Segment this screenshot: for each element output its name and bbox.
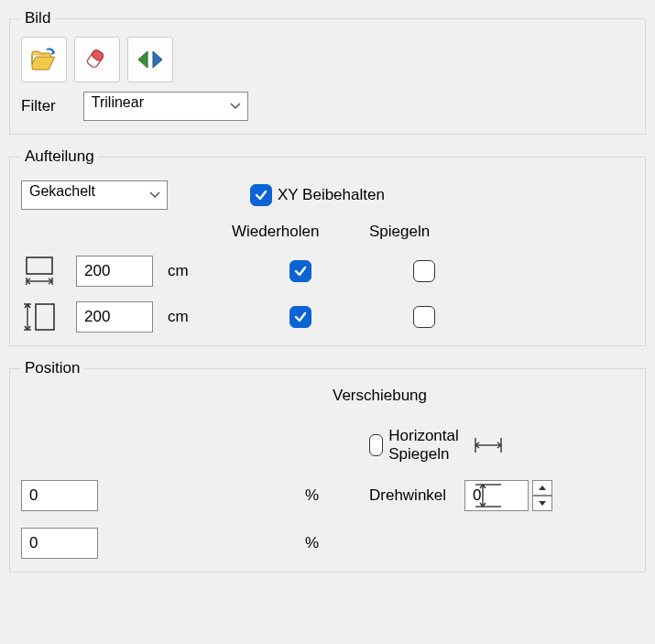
horizontal-mirror-checkbox[interactable]	[369, 434, 383, 456]
triangle-up-icon	[538, 485, 547, 491]
eraser-icon	[83, 48, 111, 71]
height-icon	[21, 302, 58, 332]
filter-value: Trilinear	[92, 94, 144, 110]
filter-select[interactable]: Trilinear	[83, 92, 248, 121]
filter-label: Filter	[21, 97, 56, 115]
width-icon	[23, 256, 56, 287]
shift-y-icon	[470, 481, 507, 510]
check-icon	[293, 310, 308, 324]
angle-label: Drehwinkel	[369, 486, 446, 505]
position-legend: Position	[21, 359, 83, 377]
shift-x-unit: %	[305, 486, 369, 505]
shift-header: Verschiebung	[305, 387, 507, 405]
bild-group: Bild Filter Trilinear	[9, 9, 646, 135]
horizontal-mirror-label: Horizontal Spiegeln	[388, 427, 470, 464]
svg-rect-6	[36, 304, 54, 330]
shift-x-icon	[470, 432, 507, 458]
tile-mode-value: Gekachelt	[29, 183, 95, 199]
tile-mode-select[interactable]: Gekachelt	[21, 180, 168, 210]
width-repeat-checkbox[interactable]	[289, 260, 311, 282]
erase-image-button[interactable]	[74, 37, 120, 82]
repeat-header: Wiederholen	[232, 223, 369, 241]
aufteilung-legend: Aufteilung	[21, 147, 98, 166]
svg-rect-2	[27, 257, 52, 274]
position-group: Position Verschiebung Horizontal Spiegel…	[9, 359, 646, 573]
triangle-down-icon	[538, 500, 547, 507]
width-mirror-checkbox[interactable]	[413, 260, 435, 282]
angle-down-button[interactable]	[532, 496, 552, 511]
shift-x-input[interactable]	[21, 480, 98, 511]
height-mirror-checkbox[interactable]	[413, 306, 435, 328]
check-icon	[254, 188, 268, 202]
swap-arrows-icon	[135, 48, 166, 71]
open-image-button[interactable]	[21, 37, 67, 82]
shift-y-input[interactable]	[21, 528, 98, 559]
height-repeat-checkbox[interactable]	[289, 306, 311, 328]
bild-toolbar	[21, 37, 634, 82]
aufteilung-group: Aufteilung Gekachelt XY Beibehalten Wied…	[9, 147, 646, 346]
tile-width-input[interactable]	[76, 256, 153, 287]
check-icon	[293, 264, 308, 278]
shift-y-unit: %	[305, 534, 369, 552]
angle-up-button[interactable]	[532, 480, 552, 496]
tile-width-unit: cm	[168, 262, 232, 280]
tile-height-input[interactable]	[76, 301, 153, 333]
xy-lock-label: XY Beibehalten	[278, 186, 385, 204]
tile-height-unit: cm	[168, 308, 232, 326]
xy-lock-checkbox[interactable]	[250, 184, 272, 206]
bild-legend: Bild	[21, 9, 54, 27]
mirror-header: Spiegeln	[369, 223, 479, 241]
folder-open-icon	[30, 48, 58, 71]
swap-button[interactable]	[127, 37, 173, 82]
